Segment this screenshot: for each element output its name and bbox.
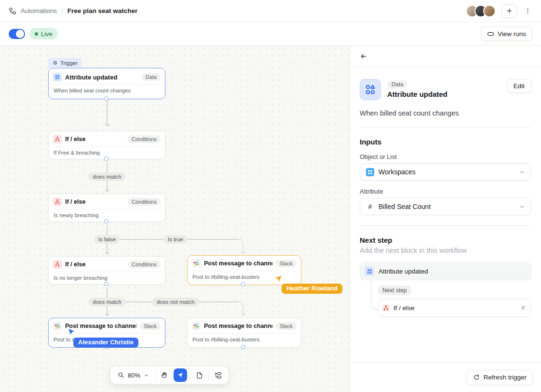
- attribute-updated-icon: [360, 79, 381, 100]
- node-badge: Data: [142, 73, 161, 81]
- more-menu-button[interactable]: [523, 4, 532, 18]
- block-title: Attribute updated: [387, 90, 500, 98]
- chevron-down-icon: [519, 204, 525, 210]
- status-label: Live: [41, 30, 53, 38]
- refresh-trigger-button[interactable]: Refresh trigger: [466, 370, 533, 385]
- if-else-icon: [53, 197, 62, 206]
- arrowhead-icon: [105, 187, 109, 192]
- edge-label-does-not-match: does not match: [152, 298, 199, 306]
- back-button[interactable]: [360, 52, 367, 60]
- if-else-icon: [383, 305, 389, 311]
- node-if-else-free-breaching[interactable]: If / else Conditions If Free & breaching: [48, 131, 165, 159]
- select-value: Workspaces: [379, 168, 514, 176]
- child-block-label: If / else: [393, 304, 515, 312]
- zoom-control[interactable]: 80%: [114, 368, 152, 382]
- runs-icon: [487, 30, 494, 38]
- select-tool-button[interactable]: [174, 368, 187, 382]
- child-block-row[interactable]: If / else: [378, 299, 531, 317]
- node-badge: Conditions: [128, 261, 161, 268]
- view-runs-button[interactable]: View runs: [481, 26, 532, 41]
- node-badge: Conditions: [128, 135, 161, 143]
- workflow-canvas[interactable]: does match Is false Is true does match d…: [0, 46, 350, 392]
- node-post-message-is-true[interactable]: Post message to channel Slack Post to #b…: [187, 255, 301, 285]
- refresh-icon: [473, 374, 480, 381]
- add-button[interactable]: [501, 4, 517, 18]
- top-bar: Automations / Free plan seat watcher: [0, 0, 541, 22]
- connector-port[interactable]: [241, 345, 245, 349]
- zoom-level: 80%: [128, 372, 140, 379]
- block-description: When billed seat count changes: [360, 109, 531, 117]
- connector-port[interactable]: [104, 282, 108, 286]
- block-category-badge: Data: [387, 80, 407, 88]
- search-icon: [118, 372, 124, 379]
- if-else-icon: [53, 135, 62, 144]
- node-subtitle: When billed seat count changes: [49, 85, 165, 98]
- view-runs-label: View runs: [498, 30, 526, 38]
- notes-tool-button[interactable]: [192, 368, 206, 382]
- edit-button[interactable]: Edit: [507, 79, 531, 93]
- workspaces-icon: [366, 168, 374, 176]
- attribute-updated-icon: [365, 266, 374, 276]
- status-badge: Live: [29, 28, 58, 39]
- select-value: Billed Seat Count: [379, 203, 514, 210]
- node-if-else-no-longer-breaching[interactable]: If / else Conditions Is no longer breach…: [48, 256, 165, 285]
- trigger-tab: Trigger: [48, 58, 82, 68]
- connector-port[interactable]: [104, 96, 108, 101]
- edge-elbow: [238, 239, 243, 247]
- remote-cursor-heather: [274, 274, 284, 284]
- breadcrumb-automations[interactable]: Automations: [21, 7, 57, 14]
- toggle-knob: [16, 30, 24, 38]
- parent-block-row[interactable]: Attribute updated: [360, 262, 531, 280]
- connector-port[interactable]: [104, 157, 108, 161]
- chevron-down-icon: [144, 373, 149, 378]
- connector-port[interactable]: [104, 219, 108, 223]
- target-icon: [53, 60, 58, 65]
- live-toggle[interactable]: [9, 29, 25, 39]
- toolbar-divider: [208, 370, 209, 380]
- breadcrumb: Automations / Free plan seat watcher: [9, 7, 137, 15]
- node-trigger-attribute-updated[interactable]: Attribute updated Data When billed seat …: [48, 68, 165, 99]
- edge-elbow: [238, 301, 243, 309]
- slack-icon: [192, 322, 201, 330]
- arrowhead-icon: [241, 249, 245, 254]
- automations-icon: [9, 7, 16, 15]
- if-else-icon: [53, 260, 62, 269]
- collaborator-avatars[interactable]: [466, 5, 496, 17]
- node-if-else-newly-breaching[interactable]: If / else Conditions Is newly breaching: [48, 194, 165, 222]
- trigger-tab-label: Trigger: [60, 60, 78, 66]
- field-label: Attribute: [360, 188, 531, 195]
- edge-label-does-match: does match: [88, 298, 125, 306]
- step-connector-line: [371, 280, 379, 310]
- slack-icon: [192, 259, 201, 268]
- remove-step-button[interactable]: [520, 304, 527, 311]
- cursor-name-tag: Heather Rowland: [282, 284, 342, 294]
- edge-label-is-false: Is false: [94, 235, 120, 244]
- avatar[interactable]: [483, 5, 496, 17]
- connector-port[interactable]: [241, 282, 245, 287]
- toolbar-divider: [155, 370, 155, 380]
- add-block-tool-button[interactable]: [211, 368, 225, 382]
- edge-label-does-match: does match: [88, 172, 125, 181]
- node-badge: Slack: [276, 322, 297, 330]
- node-post-message-does-not-match[interactable]: Post message to channel Slack Post to #b…: [187, 318, 301, 348]
- node-title: Attribute updated: [65, 74, 138, 81]
- object-or-list-select[interactable]: Workspaces: [360, 163, 531, 181]
- number-icon: #: [366, 203, 374, 210]
- toolbar-divider: [189, 370, 190, 380]
- attribute-select[interactable]: # Billed Seat Count: [360, 198, 531, 215]
- next-step-pill: Next step: [378, 286, 411, 295]
- live-dot-icon: [35, 32, 38, 36]
- next-step-heading: Next step: [360, 236, 531, 244]
- next-step-subtitle: Add the next block in this workflow: [360, 247, 531, 254]
- node-title: If / else: [65, 136, 124, 143]
- node-title: Post message to channel: [65, 323, 136, 329]
- arrowhead-icon: [241, 311, 245, 316]
- hand-tool-button[interactable]: [158, 368, 171, 382]
- block-config-panel: Data Attribute updated Edit When billed …: [350, 46, 541, 392]
- node-badge: Conditions: [128, 198, 161, 206]
- node-title: Post message to channel: [204, 260, 272, 267]
- page-title: Free plan seat watcher: [68, 7, 138, 14]
- workflow-toolbar: Live View runs: [0, 22, 541, 46]
- canvas-toolbar: 80%: [110, 366, 229, 384]
- node-badge: Slack: [276, 260, 297, 267]
